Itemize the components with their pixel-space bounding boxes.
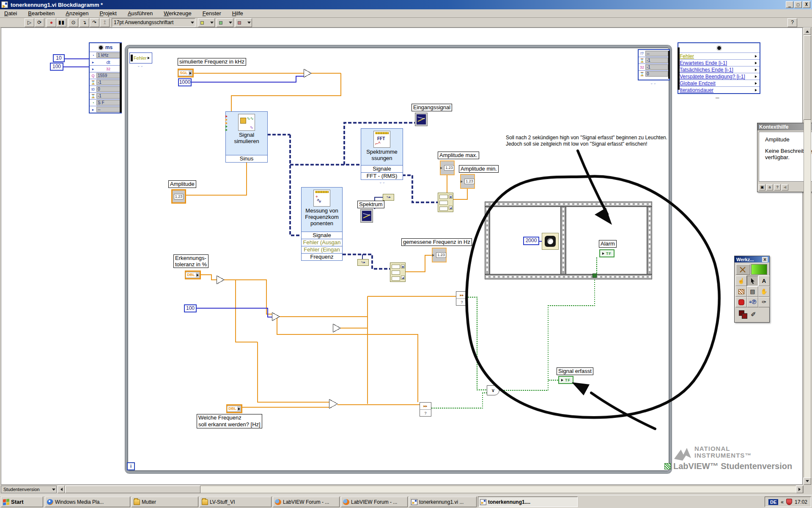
scroll-right-button[interactable] [796, 486, 803, 493]
operate-tool-button[interactable]: ☝ [735, 276, 747, 286]
messung-frequenz-row[interactable]: Frequenz [302, 253, 342, 260]
amplitude-max-terminal[interactable]: 1.23 [440, 160, 455, 175]
loop-t0[interactable]: 0 [96, 86, 120, 92]
loop-priority[interactable]: 32 [96, 67, 120, 71]
auto-tool-button[interactable] [736, 264, 750, 275]
menu-anzeigen[interactable]: Anzeigen [66, 10, 88, 17]
highlight-execution-button[interactable]: ⊙ [69, 18, 78, 27]
gemessene-frequenz-terminal[interactable]: 1.23 [432, 248, 447, 262]
amplitude-min-terminal[interactable]: 1.23 [460, 174, 475, 189]
iteration-terminal[interactable]: i [127, 462, 135, 470]
werkzeuge-titlebar[interactable]: Werkz... X [735, 256, 769, 262]
scroll-down-button[interactable] [804, 478, 811, 485]
menu-fenster[interactable]: Fenster [203, 10, 221, 17]
constant-10[interactable]: 10 [53, 54, 65, 62]
loop-extra[interactable]: -- [96, 107, 120, 112]
menu-projekt[interactable]: Projekt [99, 10, 116, 17]
close-button[interactable]: X [803, 1, 810, 8]
timed-loop-right-node[interactable]: !?-- ⌛-1 32-1 ⌛0 [638, 49, 670, 80]
comparison-node[interactable]: ▸▸? [456, 291, 468, 306]
vertical-scroll-thumb[interactable] [804, 35, 811, 120]
menu-ausfuehren[interactable]: Ausführen [128, 10, 153, 17]
from-ddt-converter[interactable]: ∿▸ [383, 194, 394, 201]
start-button[interactable]: Start [1, 497, 43, 507]
messung-frequenzkomponenten-block[interactable]: +∿ Messung von Frequenzkom ponenten Sign… [301, 187, 343, 261]
constant-100[interactable]: 100 [50, 63, 63, 71]
erkennungstoleranz-terminal[interactable]: DBL [185, 271, 201, 279]
messung-signale-row[interactable]: Signale [302, 232, 342, 239]
constant-2000[interactable]: 2000 [523, 237, 539, 245]
spektrum-signale-row[interactable]: Signale [361, 165, 403, 172]
abort-button[interactable]: ● [47, 18, 56, 27]
amplitude-terminal[interactable]: 1.23 [171, 189, 186, 204]
align-objects-button[interactable] [198, 18, 215, 27]
maximize-button[interactable]: □ [794, 1, 802, 8]
loop-rate[interactable]: 1 kHz [96, 52, 120, 58]
font-selector[interactable]: 17pt Anwendungsschriftart [112, 18, 195, 27]
position-tool-button[interactable] [747, 276, 758, 286]
signal-simulieren-block[interactable]: ∿∿∿ Signal simulieren Sinus [225, 111, 268, 163]
step-over-button[interactable]: ↷ [90, 18, 99, 27]
distribute-objects-button[interactable] [217, 18, 233, 27]
timed-loop-output-node[interactable]: Fehler Erwartetes Ende [i-1] Tatsächlich… [678, 42, 760, 94]
edition-selector[interactable]: Studentenversion [1, 486, 57, 493]
probe-tool-button[interactable]: +Ⓟ [747, 297, 758, 307]
lock-icon[interactable]: a [766, 184, 773, 190]
detailed-help-button[interactable]: ? [774, 184, 781, 190]
color-copy-tool-button[interactable]: ✑ [758, 297, 770, 307]
timed-loop-input-node[interactable]: ms ◔1 kHz ▸dt ▸32 Q1559 ⌛-1 t00 ⌛-1 ◔S F… [89, 42, 122, 113]
minimize-button[interactable]: _ [786, 1, 793, 8]
color-tool-button[interactable] [739, 310, 747, 319]
or-gate-node[interactable]: ∨ [487, 385, 499, 395]
menu-hilfe[interactable]: Hilfe [232, 10, 243, 17]
simulierte-frequenz-terminal[interactable]: SGL [178, 69, 194, 77]
scroll-up-button[interactable] [804, 28, 811, 35]
unbundle-node-frequenz[interactable]: ▦◪ [390, 262, 406, 282]
alarm-tf-terminal[interactable]: TF [599, 249, 614, 257]
close-icon[interactable]: X [762, 257, 768, 262]
resize-grid-icon[interactable] [664, 463, 671, 469]
signal-sim-sinus-row[interactable]: Sinus [226, 155, 267, 162]
help-button[interactable]: ? [787, 18, 797, 27]
constant-100b[interactable]: 100 [184, 304, 197, 312]
loop-name[interactable]: 1559 [96, 73, 120, 78]
step-into-button[interactable]: ↴ [80, 18, 89, 27]
menu-tool-button[interactable]: ▤ [747, 286, 758, 297]
horizontal-scroll-thumb[interactable] [65, 486, 200, 493]
spektrummessungen-block[interactable]: FFT⌐^ Spektrumme ssungen Signale FFT - (… [361, 128, 403, 180]
pause-button[interactable]: ▮▮ [57, 18, 66, 27]
taskbar-item-wmp[interactable]: Windows Media Pla... [45, 497, 130, 507]
messung-fehler-eingang-row[interactable]: Fehler (Eingan [302, 246, 342, 253]
taskbar-item-lv-stuff[interactable]: LV-Stuff_VI [200, 497, 272, 507]
language-indicator[interactable]: DE [768, 499, 778, 505]
from-ddt-converter[interactable]: ∿▸ [357, 259, 369, 266]
taskbar-item-tonerkennung-active[interactable]: tonerkennung1.... [478, 497, 578, 507]
spektrum-graph-terminal[interactable] [360, 209, 373, 223]
signal-erfasst-tf-terminal[interactable]: TF [558, 376, 573, 384]
context-help-lock-button[interactable]: ▣ [759, 184, 765, 190]
welche-frequenz-terminal[interactable]: DBL [226, 404, 242, 413]
text-tool-button[interactable]: A [758, 276, 770, 286]
scroll-left-button[interactable]: ◀ [782, 184, 788, 190]
security-shield-icon[interactable] [786, 499, 792, 505]
messung-fehler-ausgang-row[interactable]: Fehler (Ausgan [302, 239, 342, 246]
scroll-left-button[interactable] [58, 486, 65, 493]
step-out-button[interactable]: ↥ [100, 18, 110, 27]
reorder-button[interactable] [235, 18, 252, 27]
taskbar-item-labview-forum-2[interactable]: LabVIEW Forum - ... [341, 497, 408, 507]
scroll-tool-button[interactable]: ✋ [758, 286, 770, 297]
loop-mode[interactable]: S F [96, 100, 120, 105]
taskbar-item-labview-forum-1[interactable]: LabVIEW Forum - ... [273, 497, 340, 507]
spektrum-fft-row[interactable]: FFT - (RMS) [361, 172, 403, 179]
breakpoint-tool-button[interactable] [735, 297, 747, 307]
taskbar-item-tonerkennung-vi[interactable]: tonerkennung1.vi ... [409, 497, 477, 507]
unbundle-node-amplitude[interactable]: ▦◪ [438, 193, 453, 212]
loop-deadline[interactable]: -1 [96, 93, 120, 99]
run-button[interactable]: ▷ [25, 18, 34, 27]
constant-1000[interactable]: 1000 [178, 78, 192, 86]
comparison-node[interactable]: ▸▸? [420, 402, 431, 417]
run-continuous-button[interactable]: ⟳ [35, 18, 44, 27]
loop-dt[interactable]: dt [96, 60, 120, 65]
tray-collapse-button[interactable]: « [781, 499, 784, 505]
wire-tool-button[interactable] [735, 286, 747, 297]
